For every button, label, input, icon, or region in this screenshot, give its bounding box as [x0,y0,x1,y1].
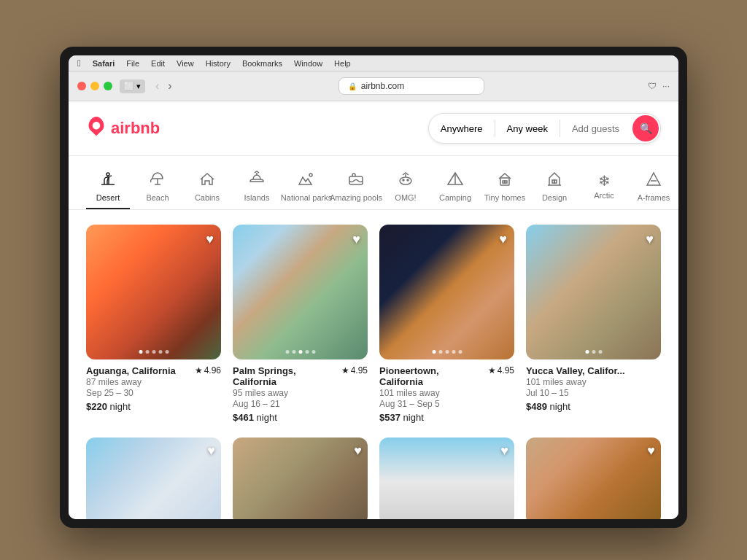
wishlist-yucca[interactable]: ♥ [646,232,654,247]
listing-image-pioneertown: ♥ [379,225,514,359]
listing-card-palm-springs[interactable]: ♥ Palm Springs, California [233,225,368,423]
tiny-homes-icon [496,171,514,190]
listing-distance-ps: 95 miles away [233,388,368,398]
listing-card-pioneertown[interactable]: ♥ Pioneertown, California [379,225,514,423]
listing-image-palm-springs: ♥ [233,225,368,359]
star-icon-2: ★ [341,365,349,376]
listing-card-yucca[interactable]: ♥ Yucca Valley, Califor... 101 miles awa… [526,225,661,423]
browser-extras: 🛡 ··· [648,81,670,91]
wishlist-bottom-2[interactable]: ♥ [354,443,362,459]
listing-title-row-yv: Yucca Valley, Califor... [526,365,661,376]
tab-beach[interactable]: Beach [136,165,179,209]
wishlist-bottom-4[interactable]: ♥ [647,443,655,459]
maximize-button[interactable] [104,82,112,90]
listing-card-bottom-3[interactable]: ♥ [379,438,514,519]
add-guests-button[interactable]: Add guests [560,117,631,140]
menu-safari[interactable]: Safari [93,59,115,68]
listings-grid: ♥ Aguanga, California [69,210,678,438]
dot-2 [438,350,442,354]
menu-help[interactable]: Help [334,59,351,68]
tab-islands[interactable]: Islands [235,165,279,209]
menu-window[interactable]: Window [294,59,322,68]
menu-bookmarks[interactable]: Bookmarks [242,59,282,68]
airbnb-logo-icon [86,116,107,141]
dot-3 [298,350,302,354]
svg-point-6 [400,177,411,184]
tab-islands-label: Islands [244,193,270,202]
back-button[interactable]: ‹ [152,80,162,92]
menu-view[interactable]: View [177,59,194,68]
tab-national-parks[interactable]: National parks [285,165,328,209]
tab-amazing-pools[interactable]: Amazing pools [334,165,378,209]
tab-a-frames[interactable]: A-frames [632,165,676,209]
browser-window:  Safari File Edit View History Bookmark… [69,55,678,519]
wishlist-pioneertown[interactable]: ♥ [499,232,507,247]
listing-title-row-pt: Pioneertown, California ★ 4.95 [379,365,514,387]
url-text: airbnb.com [361,81,404,91]
tab-switcher[interactable]: ⬜ ▾ [120,79,145,93]
wishlist-aguanga[interactable]: ♥ [206,232,214,247]
minimize-button[interactable] [90,82,99,90]
desert-icon [99,171,117,190]
svg-point-0 [107,173,109,176]
extensions-icon: ··· [662,81,670,91]
tab-cabins-label: Cabins [195,193,220,202]
tab-arctic[interactable]: ❄ Arctic [582,168,626,207]
dot-2 [592,350,595,354]
menu-history[interactable]: History [206,59,231,68]
airbnb-logo[interactable]: airbnb [86,116,160,141]
tab-omg[interactable]: OMG! [384,165,427,209]
category-tabs: Desert Beach [69,156,678,210]
address-bar-container: 🔒 airbnb.com [182,77,640,95]
search-bar[interactable]: Anywhere Any week Add guests 🔍 [428,113,661,144]
airbnb-header: airbnb Anywhere Any week Add guests 🔍 [69,101,678,156]
dot-3 [445,350,449,354]
close-button[interactable] [77,82,86,90]
wishlist-bottom-3[interactable]: ♥ [500,443,508,459]
menu-edit[interactable]: Edit [151,59,165,68]
any-week-button[interactable]: Any week [495,117,560,140]
search-submit-button[interactable]: 🔍 [632,115,659,141]
tab-dropdown-icon: ▾ [136,82,141,91]
apple-logo-icon:  [77,58,81,69]
dot-5 [165,350,169,354]
forward-button[interactable]: › [165,80,174,92]
listing-info-aguanga: Aguanga, California ★ 4.96 87 miles away… [86,359,221,412]
listing-card-bottom-2[interactable]: ♥ [233,438,368,519]
svg-rect-12 [505,181,507,183]
svg-point-8 [407,179,409,181]
listing-image-yucca: ♥ [526,225,661,359]
dot-3 [598,350,602,354]
dot-4 [452,350,455,354]
tab-national-parks-label: National parks [281,193,332,202]
tab-tiny-homes[interactable]: Tiny homes [483,165,527,209]
listing-rating-aguanga: ★ 4.96 [195,365,221,376]
laptop-frame:  Safari File Edit View History Bookmark… [60,47,687,528]
listing-location-aguanga: Aguanga, California [86,365,192,376]
listing-card-aguanga[interactable]: ♥ Aguanga, California [86,225,221,423]
listing-card-bottom-1[interactable]: ♥ [86,438,221,519]
address-bar[interactable]: 🔒 airbnb.com [338,77,484,95]
listing-dates-yv: Jul 10 – 15 [526,388,661,398]
tab-icon: ⬜ [124,82,134,91]
dot-5 [458,350,462,354]
tab-cabins[interactable]: Cabins [185,165,229,209]
dot-1 [285,350,289,354]
wishlist-palm-springs[interactable]: ♥ [352,232,360,247]
listing-dates-aguanga: Sep 25 – 30 [86,388,221,398]
anywhere-button[interactable]: Anywhere [429,117,495,140]
listing-dates-pt: Aug 31 – Sep 5 [379,399,514,409]
tab-camping[interactable]: Camping [433,165,477,209]
tab-design[interactable]: Design [533,165,576,209]
listing-card-bottom-4[interactable]: ♥ [526,438,661,519]
menu-file[interactable]: File [126,59,139,68]
listing-info-palm-springs: Palm Springs, California ★ 4.95 95 miles… [233,359,368,423]
tab-beach-label: Beach [146,193,169,202]
dots-palm-springs [285,350,315,354]
islands-icon [248,171,266,190]
listing-info-yucca: Yucca Valley, Califor... 101 miles away … [526,359,661,412]
camping-icon [446,171,464,190]
tab-desert[interactable]: Desert [86,165,130,209]
wishlist-bottom-1[interactable]: ♥ [207,443,215,459]
dots-yucca [585,350,602,354]
